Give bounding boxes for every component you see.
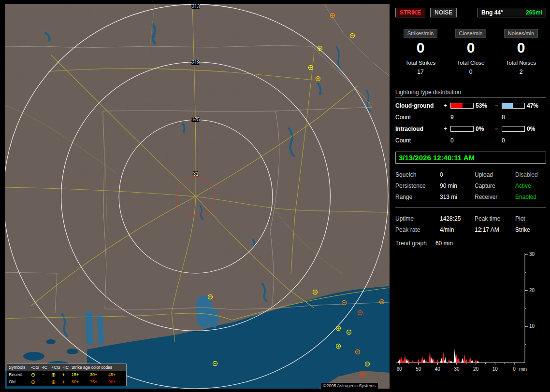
counter-label: Close/min	[455, 29, 487, 38]
legend-symbol-icon: +	[62, 379, 72, 385]
ring-label-31: 31	[193, 171, 199, 177]
counter-value: 0	[517, 40, 525, 56]
settings-cell: Active	[515, 182, 546, 189]
settings-cell: 0	[440, 171, 475, 178]
minus-sign: −	[495, 126, 502, 132]
total-label: Total Close	[457, 60, 485, 66]
legend-row-recent: Recent⊖−⊕+15+30+45+	[7, 371, 126, 378]
trend-chart: 1020306050403020100min	[395, 249, 545, 377]
type-name: Cloud-ground	[395, 102, 444, 109]
ring-label-313: 313	[192, 4, 200, 9]
bearing-label: Bng 44°	[481, 9, 503, 16]
minus-count: 0	[502, 137, 527, 144]
section-divider	[395, 207, 546, 208]
legend-symbol-icon: ⊕	[51, 379, 62, 385]
uptime-cell: 12:17 AM	[475, 226, 515, 233]
legend-symbol-icon: +	[62, 372, 72, 378]
x-unit-label: min	[519, 366, 527, 372]
control-panel: STRIKE NOISE Bng 44° 265mi Strikes/min0T…	[395, 4, 546, 377]
x-tick-label: 60	[396, 366, 402, 372]
plus-count: 0	[450, 137, 476, 144]
total-value: 2	[520, 69, 523, 75]
counter-2: Noises/min0Total Noises2	[496, 29, 546, 75]
counters: Strikes/min0Total Strikes17Close/min0Tot…	[395, 29, 546, 75]
legend-symbol-icon: ⊖	[31, 372, 42, 378]
legend-row-label: Recent	[9, 372, 31, 378]
settings-cell: Enabled	[515, 194, 546, 200]
uptime-cell: 4/min	[440, 226, 475, 233]
settings-cell: 313 mi	[440, 194, 475, 200]
legend-row-old: Old⊖−⊕+60+75+90+	[7, 378, 126, 386]
y-tick-label: 10	[529, 323, 535, 329]
count-label: Count	[395, 114, 444, 121]
noise-button[interactable]: NOISE	[430, 8, 457, 17]
plus-sign: +	[444, 126, 450, 132]
settings-cell: 90 min	[440, 182, 475, 189]
minus-count: 8	[502, 114, 527, 121]
copyright: ©2005 Astrogenic Systems	[321, 383, 378, 389]
legend-symbol-icon: ⊖	[31, 379, 42, 385]
settings-cell: Upload	[475, 171, 515, 178]
settings-cell: Range	[395, 194, 440, 200]
legend-body: Recent⊖−⊕+15+30+45+Old⊖−⊕+60+75+90+	[7, 371, 126, 386]
settings-grid: Squelch0UploadDisabledPersistence90 minC…	[395, 171, 546, 200]
plus-bar	[450, 126, 474, 132]
x-tick-label: 10	[492, 366, 498, 372]
legend-age-value: 75+	[90, 379, 108, 385]
count-label: Count	[395, 137, 444, 144]
plus-count: 9	[450, 114, 476, 121]
uptime-cell: Uptime	[395, 215, 440, 222]
minus-pct: 0%	[527, 126, 543, 132]
topbar: STRIKE NOISE Bng 44° 265mi	[395, 8, 546, 17]
distribution-row: Intracloud+0%−0%	[395, 126, 546, 132]
settings-cell: Squelch	[395, 171, 440, 178]
uptime-cell: Strike	[515, 226, 546, 233]
trend-series-strikes	[398, 351, 478, 363]
minus-bar	[502, 126, 525, 132]
uptime-cell: 1428:25	[440, 215, 475, 222]
timestamp: 3/13/2026 12:40:11 AM	[395, 152, 546, 164]
counter-value: 0	[417, 40, 425, 56]
y-tick-label: 20	[529, 288, 535, 293]
map-svg: 31321912531	[5, 4, 390, 389]
settings-cell: Persistence	[395, 182, 440, 189]
plus-bar	[450, 103, 474, 109]
distribution-title: Lightning type distribution	[395, 89, 546, 98]
legend-type-header-2: +CG	[51, 364, 62, 371]
uptime-cell: Plot	[515, 215, 546, 222]
y-tick-label: 30	[529, 252, 535, 257]
counter-1: Close/min0Total Close0	[446, 29, 496, 75]
legend-type-header-0: -CG	[31, 364, 42, 371]
settings-cell: Capture	[475, 182, 515, 189]
legend-symbol-icon: ⊕	[51, 372, 62, 378]
counter-0: Strikes/min0Total Strikes17	[395, 29, 446, 75]
settings-cell: Disabled	[515, 171, 546, 178]
legend-symbol-icon: −	[42, 372, 51, 378]
plus-pct: 0%	[476, 126, 495, 132]
count-row: Count00	[395, 137, 546, 144]
plus-sign: +	[444, 102, 450, 109]
distribution-row: Cloud-ground+53%−47%	[395, 102, 546, 109]
count-row: Count98	[395, 114, 546, 121]
trend-duration: 60 min	[435, 240, 453, 247]
map-canvas[interactable]: 31321912531 Symbols-CG-IC+CG+ICStrike ag…	[5, 4, 390, 389]
distribution-rows: Cloud-ground+53%−47%Count98Intracloud+0%…	[395, 102, 546, 144]
legend-type-header-3: +IC	[62, 364, 72, 371]
type-name: Intracloud	[395, 126, 444, 132]
uptime-cell: Peak rate	[395, 226, 440, 233]
legend-row-label: Old	[9, 379, 31, 385]
legend-type-header-1: -IC	[42, 364, 51, 371]
strike-button[interactable]: STRIKE	[395, 8, 425, 17]
legend-age-value: 30+	[90, 372, 108, 378]
x-tick-label: 30	[454, 366, 460, 372]
uptime-cell: Peak time	[475, 215, 515, 222]
trend-label-row: Trend graph 60 min	[395, 240, 546, 247]
counter-value: 0	[467, 40, 475, 56]
settings-cell: Receiver	[475, 194, 515, 200]
minus-bar	[502, 103, 525, 109]
counter-label: Noises/min	[504, 29, 538, 38]
plus-bar-fill	[451, 103, 463, 108]
map-legend: Symbols-CG-IC+CG+ICStrike age color code…	[7, 364, 127, 386]
total-value: 0	[469, 69, 473, 75]
x-tick-label: 20	[473, 366, 479, 372]
